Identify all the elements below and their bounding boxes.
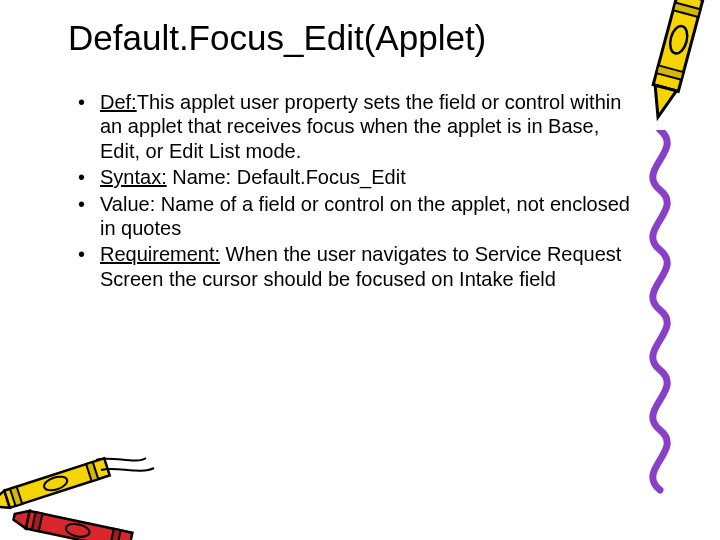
bullet-label: Def: [100, 91, 137, 113]
crayon-icon [638, 0, 708, 129]
bullet-text: Value: Name of a field or control on the… [100, 193, 630, 239]
svg-marker-4 [647, 85, 676, 120]
bullet-text: This applet user property sets the field… [100, 91, 621, 162]
bullet-item: Value: Name of a field or control on the… [78, 192, 630, 241]
bullet-label: Requirement: [100, 243, 220, 265]
bullet-list: Def:This applet user property sets the f… [60, 90, 630, 291]
bullet-item: Syntax: Name: Default.Focus_Edit [78, 165, 630, 189]
bullet-text: Name: Default.Focus_Edit [167, 166, 406, 188]
bullet-item: Def:This applet user property sets the f… [78, 90, 630, 163]
bullet-item: Requirement: When the user navigates to … [78, 242, 630, 291]
crayons-icon [0, 400, 186, 540]
slide: Default.Focus_Edit(Applet) Def:This appl… [0, 0, 720, 540]
bullet-label: Syntax: [100, 166, 167, 188]
slide-title: Default.Focus_Edit(Applet) [68, 18, 630, 58]
squiggle-icon [630, 130, 690, 500]
